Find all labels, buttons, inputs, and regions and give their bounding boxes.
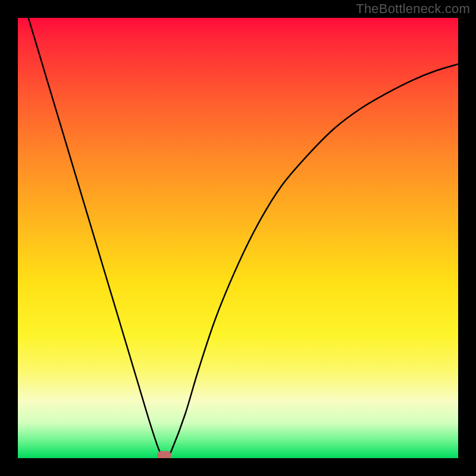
curve-svg bbox=[18, 18, 458, 458]
optimum-marker bbox=[157, 451, 171, 458]
plot-area bbox=[18, 18, 458, 458]
chart-container: TheBottleneck.com bbox=[0, 0, 476, 476]
bottleneck-curve bbox=[18, 18, 458, 457]
watermark-text: TheBottleneck.com bbox=[356, 1, 470, 17]
